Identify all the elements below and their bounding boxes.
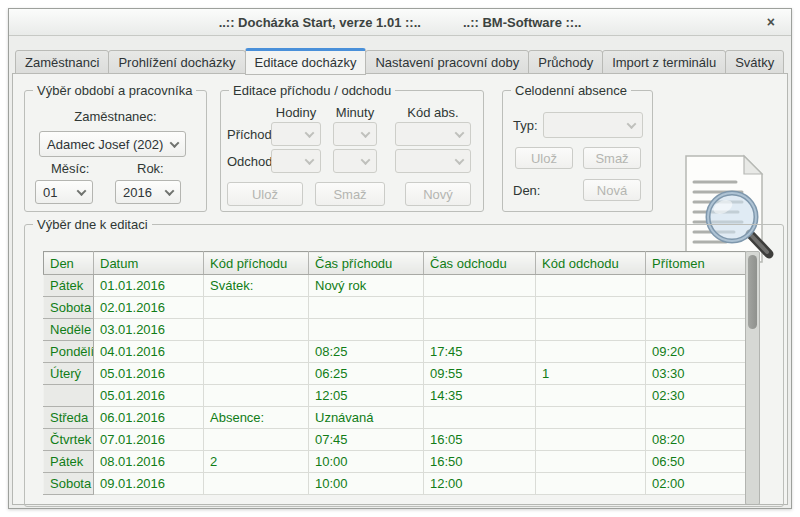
cell-present <box>646 319 746 341</box>
tab-content-panel: Výběr období a pracovníka Zaměstnanec: A… <box>12 73 788 505</box>
month-combo[interactable]: 01 <box>35 180 93 204</box>
cell-arrival-code <box>204 319 309 341</box>
cell-arrival-time: 07:45 <box>309 429 424 451</box>
cell-departure-time <box>424 275 536 297</box>
time-save-button[interactable]: Ulož <box>227 182 303 206</box>
table-row[interactable]: Pátek 08.01.2016 2 10:00 16:50 06:50 <box>44 451 746 473</box>
cell-arrival-time: Nový rok <box>309 275 424 297</box>
cell-departure-time: 09:55 <box>424 363 536 385</box>
abscode-column-label: Kód abs. <box>395 105 471 120</box>
tab-sv-tky[interactable]: Svátky <box>725 50 784 74</box>
chevron-down-icon <box>361 128 371 138</box>
arrival-abscode-combo[interactable] <box>395 122 471 146</box>
chevron-down-icon <box>305 155 315 165</box>
cell-departure-code <box>536 407 646 429</box>
column-header[interactable]: Kód příchodu <box>204 252 309 275</box>
cell-arrival-code: 2 <box>204 451 309 473</box>
cell-departure-code <box>536 385 646 407</box>
column-header[interactable]: Čas příchodu <box>309 252 424 275</box>
groupbox-fullday-absence-title: Celodenní absence <box>511 83 631 98</box>
cell-arrival-time: 06:25 <box>309 363 424 385</box>
table-row[interactable]: 05.01.2016 12:05 14:35 02:30 <box>44 385 746 407</box>
cell-arrival-time: 10:00 <box>309 473 424 495</box>
chevron-down-icon <box>305 128 315 138</box>
groupbox-edit-times-title: Editace příchodu / odchodu <box>229 83 395 98</box>
cell-date: 08.01.2016 <box>94 451 204 473</box>
table-body: Pátek 01.01.2016 Svátek: Nový rok Sobota… <box>44 275 746 495</box>
table-scrollbar[interactable] <box>745 251 760 505</box>
column-header[interactable]: Přítomen <box>646 252 746 275</box>
cell-day: Pátek <box>44 451 94 473</box>
cell-arrival-code <box>204 473 309 495</box>
table-row[interactable]: Úterý 05.01.2016 06:25 09:55 1 03:30 <box>44 363 746 385</box>
column-header[interactable]: Datum <box>94 252 204 275</box>
table-row[interactable]: Neděle 03.01.2016 <box>44 319 746 341</box>
absence-save-button[interactable]: Ulož <box>515 147 573 169</box>
table-row[interactable]: Pátek 01.01.2016 Svátek: Nový rok <box>44 275 746 297</box>
cell-departure-code <box>536 429 646 451</box>
cell-departure-time <box>424 319 536 341</box>
employee-combo[interactable]: Adamec Josef (202) <box>39 131 186 157</box>
absence-type-combo[interactable] <box>543 112 643 138</box>
table-scrollbar-thumb[interactable] <box>748 255 757 329</box>
cell-arrival-code <box>204 363 309 385</box>
column-header[interactable]: Čas odchodu <box>424 252 536 275</box>
time-new-button[interactable]: Nový <box>405 182 471 206</box>
departure-abscode-combo[interactable] <box>395 149 471 173</box>
cell-day: Pátek <box>44 275 94 297</box>
chevron-down-icon <box>165 186 175 196</box>
year-label: Rok: <box>137 161 164 176</box>
close-button[interactable]: × <box>767 13 775 31</box>
title-bar[interactable]: ..:: Docházka Start, verze 1.01 ::.. ..:… <box>9 9 791 36</box>
time-delete-button[interactable]: Smaž <box>315 182 385 206</box>
groupbox-period-worker: Výběr období a pracovníka Zaměstnanec: A… <box>24 90 207 212</box>
tab-editace-doch-zky[interactable]: Editace docházky <box>245 48 367 75</box>
tab-pr-chody[interactable]: Průchody <box>528 50 603 74</box>
column-header[interactable]: Den <box>44 252 94 275</box>
groupbox-day-table: Výběr dne k editaci DenDatumKód příchodu… <box>24 224 784 507</box>
cell-day: Středa <box>44 407 94 429</box>
groupbox-edit-times: Editace příchodu / odchodu Hodiny Minuty… <box>220 90 484 212</box>
absence-delete-button[interactable]: Smaž <box>583 147 641 169</box>
cell-arrival-time: Uznávaná <box>309 407 424 429</box>
table-row[interactable]: Pondělí 04.01.2016 08:25 17:45 09:20 <box>44 341 746 363</box>
table-row[interactable]: Sobota 09.01.2016 10:00 12:00 02:00 <box>44 473 746 495</box>
minutes-column-label: Minuty <box>333 105 377 120</box>
cell-date: 03.01.2016 <box>94 319 204 341</box>
tab-nastaven-pracovn-doby[interactable]: Nastavení pracovní doby <box>365 50 529 74</box>
month-combo-value: 01 <box>43 185 57 200</box>
cell-departure-time: 16:05 <box>424 429 536 451</box>
chevron-down-icon <box>170 138 180 148</box>
absence-day-label: Den: <box>513 183 540 198</box>
chevron-down-icon <box>627 119 637 129</box>
close-icon: × <box>767 14 775 30</box>
table-row[interactable]: Čtvrtek 07.01.2016 07:45 16:05 08:20 <box>44 429 746 451</box>
cell-date: 06.01.2016 <box>94 407 204 429</box>
table-row[interactable]: Sobota 02.01.2016 <box>44 297 746 319</box>
app-window: ..:: Docházka Start, verze 1.01 ::.. ..:… <box>8 8 792 509</box>
absence-type-label: Typ: <box>513 118 538 133</box>
arrival-minutes-combo[interactable] <box>333 122 377 146</box>
tab-prohl-en-doch-zky[interactable]: Prohlížení docházky <box>108 50 245 74</box>
table-row[interactable]: Středa 06.01.2016 Absence: Uznávaná <box>44 407 746 429</box>
cell-departure-code <box>536 275 646 297</box>
cell-present: 03:30 <box>646 363 746 385</box>
month-label: Měsíc: <box>51 161 89 176</box>
departure-hours-combo[interactable] <box>271 149 321 173</box>
cell-date: 09.01.2016 <box>94 473 204 495</box>
cell-day: Sobota <box>44 297 94 319</box>
tab-zam-stnanci[interactable]: Zaměstnanci <box>15 50 109 74</box>
chevron-down-icon <box>455 155 465 165</box>
tab-import-z-termin-lu[interactable]: Import z terminálu <box>602 50 726 74</box>
cell-present: 02:00 <box>646 473 746 495</box>
groupbox-fullday-absence: Celodenní absence Typ: Ulož Smaž Den: No… <box>502 90 653 212</box>
cell-departure-time: 17:45 <box>424 341 536 363</box>
departure-minutes-combo[interactable] <box>333 149 377 173</box>
arrival-hours-combo[interactable] <box>271 122 321 146</box>
absence-new-button[interactable]: Nová <box>583 179 641 201</box>
column-header[interactable]: Kód odchodu <box>536 252 646 275</box>
year-combo[interactable]: 2016 <box>115 180 181 204</box>
cell-date: 05.01.2016 <box>94 363 204 385</box>
hours-column-label: Hodiny <box>271 105 321 120</box>
cell-day: Čtvrtek <box>44 429 94 451</box>
